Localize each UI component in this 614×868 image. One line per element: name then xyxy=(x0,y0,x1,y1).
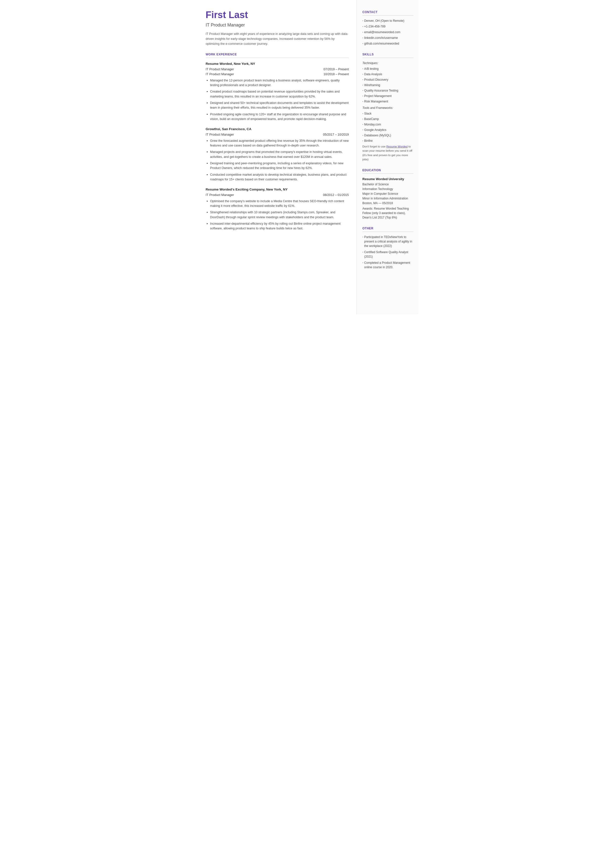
bullet-1-2: Created product roadmaps based on potent… xyxy=(206,89,349,99)
other-heading: OTHER xyxy=(363,226,414,232)
employer-3-name: Resume Worded's Exciting Company, New Yo… xyxy=(206,187,349,192)
contact-location: Denver, OH (Open to Remote) xyxy=(363,19,414,23)
skill-basecamp: BaseCamp xyxy=(363,117,414,121)
contact-section: CONTACT Denver, OH (Open to Remote) +1-2… xyxy=(363,10,414,46)
bullet-2-4: Conducted competitive market analysis to… xyxy=(206,172,349,182)
bullet-1-4: Provided ongoing agile coaching to 120+ … xyxy=(206,112,349,122)
bullet-3-2: Strengthened relationships with 10 strat… xyxy=(206,210,349,220)
employer-2: Growthsi, San Francisco, CA IT Product M… xyxy=(206,127,349,182)
skill-monday: Monday.com xyxy=(363,122,414,127)
work-experience-section: WORK EXPERIENCE Resume Worded, New York,… xyxy=(206,52,349,231)
contact-linkedin: linkedin.com/in/username xyxy=(363,36,414,40)
other-item-2: Certified Software Quality Analyst (2021… xyxy=(363,250,414,259)
bullet-3-1: Optimised the company's website to inclu… xyxy=(206,199,349,209)
candidate-summary: IT Product Manager with eight years of e… xyxy=(206,31,349,46)
skills-section: SKILLS Techniques: A/B testing Data Anal… xyxy=(363,52,414,161)
promo-text: Don't forget to use Resume Worded to sca… xyxy=(363,144,414,161)
tools-label: Tools and Frameworks: xyxy=(363,106,414,110)
right-column: CONTACT Denver, OH (Open to Remote) +1-2… xyxy=(357,0,419,314)
edu-degree: Bachelor of Science xyxy=(363,182,414,186)
skill-product-discovery: Product Discovery xyxy=(363,78,414,82)
skill-ab-testing: A/B testing xyxy=(363,67,414,71)
edu-minor: Minor in Information Administration xyxy=(363,196,414,201)
education-heading: EDUCATION xyxy=(363,168,414,174)
edu-awards: Awards: Resume Worded Teaching Fellow (o… xyxy=(363,207,414,220)
edu-location-date: Boston, MA — 05/2018 xyxy=(363,201,414,205)
employer-2-bullets: Grew the forecasted augmented product of… xyxy=(206,138,349,182)
work-experience-heading: WORK EXPERIENCE xyxy=(206,52,349,58)
other-item-1: Participated in TEDxNewYork to present a… xyxy=(363,235,414,248)
skill-qa-testing: Quality Assurance Testing xyxy=(363,89,414,93)
bullet-3-3: Increased inter-departmental efficiency … xyxy=(206,222,349,231)
bullet-1-1: Managed the 12-person product team inclu… xyxy=(206,78,349,88)
skill-slack: Slack xyxy=(363,111,414,116)
skill-project-mgmt: Project Management xyxy=(363,94,414,98)
promo-prefix: Don't forget to use xyxy=(363,145,386,148)
employer-3-bullets: Optimised the company's website to inclu… xyxy=(206,199,349,231)
employer-1-bullets: Managed the 12-person product team inclu… xyxy=(206,78,349,122)
skill-google-analytics: Google Analytics xyxy=(363,128,414,132)
contact-email: email@resumeworded.com xyxy=(363,30,414,34)
job-title-2a: IT Product Manager xyxy=(206,132,234,137)
employer-3: Resume Worded's Exciting Company, New Yo… xyxy=(206,187,349,231)
edu-field: Information Technology xyxy=(363,187,414,191)
skill-risk-mgmt: Risk Management xyxy=(363,99,414,104)
candidate-name: First Last xyxy=(206,10,349,20)
contact-phone: +1-234-456-789 xyxy=(363,24,414,29)
job-row-1b: IT Product Manager 10/2018 – Present xyxy=(206,72,349,77)
job-row-1a: IT Product Manager 07/2019 – Present xyxy=(206,67,349,72)
skill-wireframing: Wireframing xyxy=(363,83,414,87)
job-row-3a: IT Product Manager 08/2012 – 01/2015 xyxy=(206,193,349,197)
job-dates-1a: 07/2019 – Present xyxy=(323,67,349,72)
job-dates-2a: 05/2017 – 10/2019 xyxy=(323,132,349,137)
bullet-2-3: Designed training and peer-mentoring pro… xyxy=(206,161,349,171)
skill-data-analysis: Data Analysis xyxy=(363,72,414,76)
job-row-2a: IT Product Manager 05/2017 – 10/2019 xyxy=(206,132,349,137)
other-section: OTHER Participated in TEDxNewYork to pre… xyxy=(363,226,414,269)
education-section: EDUCATION Resume Worded University Bache… xyxy=(363,168,414,220)
skill-databases: Databases (MySQL) xyxy=(363,133,414,138)
employer-1: Resume Worded, New York, NY IT Product M… xyxy=(206,61,349,122)
resume-worded-link[interactable]: Resume Worded xyxy=(386,145,408,148)
bullet-2-1: Grew the forecasted augmented product of… xyxy=(206,138,349,148)
candidate-title: IT Product Manager xyxy=(206,22,349,28)
contact-heading: CONTACT xyxy=(363,10,414,16)
job-title-1b: IT Product Manager xyxy=(206,72,234,77)
edu-major: Major in Computer Science xyxy=(363,191,414,196)
employer-2-name: Growthsi, San Francisco, CA xyxy=(206,127,349,132)
job-title-1a: IT Product Manager xyxy=(206,67,234,72)
skills-heading: SKILLS xyxy=(363,52,414,58)
employer-1-name: Resume Worded, New York, NY xyxy=(206,61,349,66)
job-dates-3a: 08/2012 – 01/2015 xyxy=(323,193,349,197)
skill-binfire: Binfire xyxy=(363,138,414,143)
bullet-2-2: Managed projects and programs that promo… xyxy=(206,150,349,159)
job-dates-1b: 10/2018 – Present xyxy=(323,72,349,77)
job-title-3a: IT Product Manager xyxy=(206,193,234,197)
edu-school: Resume Worded University xyxy=(363,177,414,182)
techniques-label: Techniques: xyxy=(363,61,414,65)
contact-github: github.com/resumeworded xyxy=(363,41,414,46)
other-item-3: Completed a Product Management online co… xyxy=(363,261,414,269)
bullet-1-3: Designed and shared 50+ technical specif… xyxy=(206,101,349,110)
resume-page: First Last IT Product Manager IT Product… xyxy=(196,0,419,314)
left-column: First Last IT Product Manager IT Product… xyxy=(196,0,357,314)
